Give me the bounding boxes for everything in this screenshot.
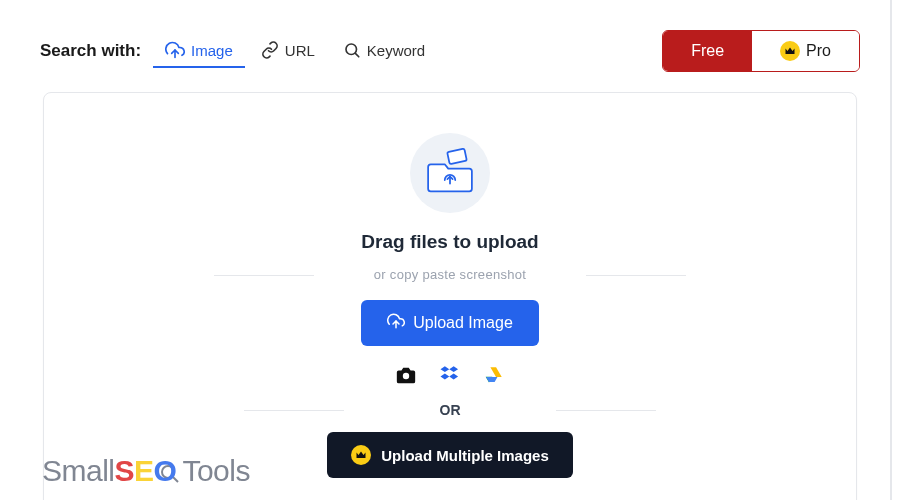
plan-free-label: Free: [691, 42, 724, 60]
svg-rect-2: [447, 149, 467, 165]
plan-toggle: Free Pro: [662, 30, 860, 72]
tab-image-label: Image: [191, 42, 233, 59]
crown-icon: [780, 41, 800, 61]
plan-pro-button[interactable]: Pro: [752, 31, 859, 71]
plan-pro-label: Pro: [806, 42, 831, 60]
plan-free-button[interactable]: Free: [663, 31, 752, 71]
link-icon: [261, 41, 279, 59]
upload-card: Drag files to upload or copy paste scree…: [43, 92, 857, 500]
or-paste-hint: or copy paste screenshot: [104, 267, 796, 282]
drag-title: Drag files to upload: [104, 231, 796, 253]
upload-image-label: Upload Image: [413, 314, 513, 332]
cloud-upload-icon: [387, 312, 405, 334]
svg-point-3: [403, 373, 409, 379]
tab-url[interactable]: URL: [249, 35, 327, 67]
tab-image[interactable]: Image: [153, 34, 245, 68]
top-bar: Search with: Image URL Keyword: [40, 0, 860, 92]
or-divider: OR: [104, 402, 796, 418]
search-with-tabs: Search with: Image URL Keyword: [40, 34, 437, 68]
tab-keyword[interactable]: Keyword: [331, 35, 437, 67]
upload-multiple-button[interactable]: Upload Multiple Images: [327, 432, 573, 478]
search-with-label: Search with:: [40, 41, 141, 61]
camera-icon[interactable]: [395, 364, 417, 386]
tab-url-label: URL: [285, 42, 315, 59]
svg-line-1: [355, 53, 358, 56]
source-icons: [104, 364, 796, 386]
upload-folder-icon: [410, 133, 490, 213]
search-icon: [343, 41, 361, 59]
upload-multiple-label: Upload Multiple Images: [381, 447, 549, 464]
dropbox-icon[interactable]: [439, 364, 461, 386]
google-drive-icon[interactable]: [483, 364, 505, 386]
tab-keyword-label: Keyword: [367, 42, 425, 59]
upload-image-button[interactable]: Upload Image: [361, 300, 539, 346]
crown-icon: [351, 445, 371, 465]
cloud-upload-icon: [165, 40, 185, 60]
